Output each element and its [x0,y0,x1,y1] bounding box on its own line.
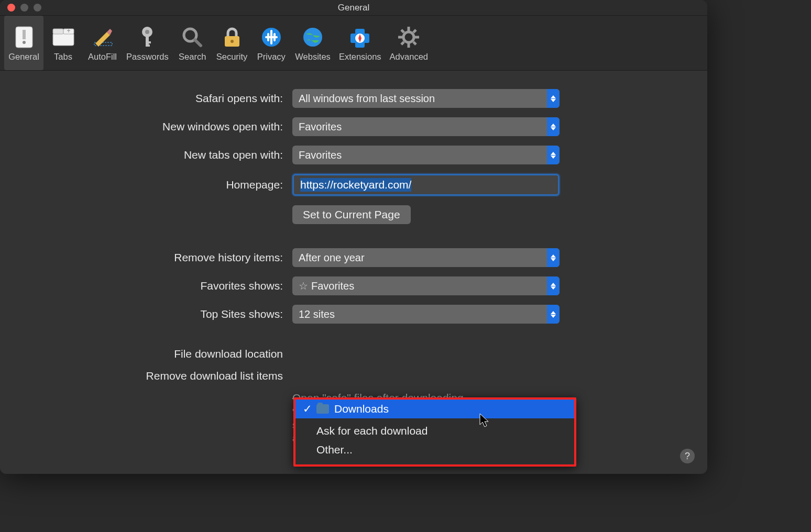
zoom-window-button[interactable] [34,4,41,12]
select-arrows-icon [547,248,560,267]
svg-point-20 [403,32,414,42]
tab-websites-label: Websites [295,52,331,62]
tab-autofill[interactable]: AutoFill [83,16,122,70]
new-windows-select[interactable]: Favorites [292,117,560,136]
svg-rect-4 [53,29,63,34]
tab-tabs[interactable]: + Tabs [43,16,83,70]
checkmark-icon: ✓ [303,403,311,415]
svg-rect-12 [146,45,150,47]
close-window-button[interactable] [7,4,15,12]
svg-rect-1 [23,30,26,39]
remove-download-list-label: Remove download list items [31,370,283,382]
lock-icon [220,25,245,50]
general-icon [12,25,37,50]
svg-text:+: + [67,27,70,35]
tab-security[interactable]: Security [212,16,252,70]
globe-icon [300,25,325,50]
autofill-icon [90,25,115,50]
tab-websites[interactable]: Websites [291,16,335,70]
tab-tabs-label: Tabs [54,52,72,62]
new-tabs-select[interactable]: Favorites [292,146,560,164]
svg-point-9 [145,30,149,34]
tab-general[interactable]: General [4,16,43,70]
search-icon [180,25,205,50]
file-download-location-dropdown: ✓ Downloads Ask for each download Other.… [293,397,576,467]
favorites-shows-label: Favorites shows: [31,280,283,292]
favorites-shows-select[interactable]: ☆ Favorites [292,276,560,295]
dropdown-item-other-label: Other... [316,444,353,456]
preferences-toolbar: General + Tabs AutoFill [0,16,707,71]
remove-history-value: After one year [299,252,365,264]
preferences-content: Safari opens with: All windows from last… [0,71,707,474]
new-windows-value: Favorites [299,121,342,133]
select-arrows-icon [547,146,560,164]
tab-search[interactable]: Search [173,16,212,70]
tab-general-label: General [8,52,39,62]
tab-security-label: Security [216,52,248,62]
svg-line-26 [413,42,416,45]
privacy-icon [259,25,284,50]
dropdown-item-downloads[interactable]: ✓ Downloads [295,400,574,418]
svg-rect-11 [146,41,151,43]
homepage-value: https://rocketyard.com/ [300,178,411,192]
tab-search-label: Search [179,52,206,62]
key-icon [135,25,160,50]
tab-advanced-label: Advanced [390,52,428,62]
gear-icon [396,25,421,50]
svg-line-14 [195,40,201,46]
tab-extensions[interactable]: Extensions [335,16,386,70]
select-arrows-icon [547,117,560,136]
minimize-window-button[interactable] [20,4,28,12]
tab-passwords-label: Passwords [126,52,169,62]
remove-history-label: Remove history items: [31,251,283,264]
top-sites-select[interactable]: 12 sites [292,305,560,324]
safari-opens-select[interactable]: All windows from last session [292,89,560,108]
safari-preferences-window: General General + Tabs [0,0,707,474]
svg-point-2 [23,41,26,44]
titlebar: General [0,0,707,16]
svg-rect-3 [53,33,74,46]
dropdown-item-other[interactable]: Other... [295,440,574,459]
svg-line-25 [401,30,404,32]
select-arrows-icon [547,305,560,324]
traffic-lights [7,4,41,12]
tab-advanced[interactable]: Advanced [386,16,432,70]
svg-line-28 [413,30,416,32]
select-arrows-icon [547,89,560,108]
help-button[interactable]: ? [680,449,695,463]
new-tabs-label: New tabs open with: [31,149,283,161]
tab-privacy-label: Privacy [257,52,286,62]
top-sites-value: 12 sites [299,308,335,320]
dropdown-item-ask-label: Ask for each download [316,425,428,437]
dropdown-item-downloads-label: Downloads [334,403,389,415]
safari-opens-value: All windows from last session [299,93,435,105]
dropdown-item-ask[interactable]: Ask for each download [295,422,574,440]
homepage-label: Homepage: [31,179,283,191]
window-title: General [0,3,707,13]
safari-opens-label: Safari opens with: [31,92,283,105]
top-sites-label: Top Sites shows: [31,308,283,320]
tab-autofill-label: AutoFill [88,52,117,62]
tab-extensions-label: Extensions [339,52,381,62]
svg-line-27 [401,42,404,45]
new-tabs-value: Favorites [299,149,342,161]
extensions-icon [347,25,372,50]
svg-point-18 [303,28,322,47]
file-download-location-label: File download location [31,348,283,360]
remove-history-select[interactable]: After one year [292,248,560,267]
star-icon: ☆ [299,280,308,292]
tabs-icon: + [51,25,76,50]
homepage-input[interactable]: https://rocketyard.com/ [292,174,560,196]
tab-privacy[interactable]: Privacy [251,16,291,70]
select-arrows-icon [547,276,560,295]
favorites-shows-value: Favorites [311,280,354,292]
set-current-page-button[interactable]: Set to Current Page [292,205,411,224]
tab-passwords[interactable]: Passwords [122,16,173,70]
folder-icon [316,404,329,414]
svg-point-16 [231,40,234,43]
new-windows-label: New windows open with: [31,120,283,133]
